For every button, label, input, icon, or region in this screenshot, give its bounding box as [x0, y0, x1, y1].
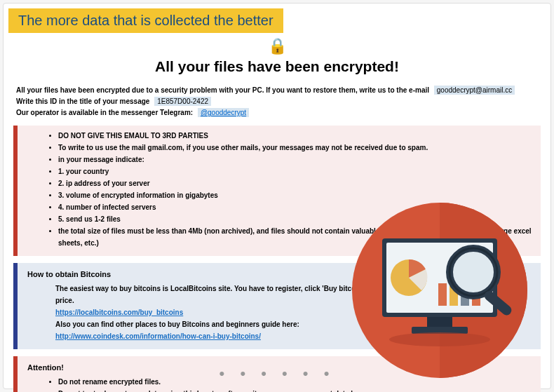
intro-line1: All your files have been encrypted due t…	[16, 86, 429, 94]
lock-icon: 🔒	[268, 37, 287, 55]
victim-id: 1E857D00-2422	[154, 97, 211, 106]
svg-point-7	[389, 332, 490, 346]
telegram-handle: @gooddecrypt	[198, 108, 249, 117]
bitcoin-link1[interactable]: https://localbitcoins.com/buy_bitcoins	[55, 309, 183, 316]
list-item: To write to us use the mail gmail.com, i…	[58, 142, 534, 154]
svg-rect-9	[438, 283, 447, 306]
list-item: DO NOT GIVE THIS EMAUL TO 3RD PARTIES	[58, 130, 534, 142]
list-item: Do not try to decrypt your data using th…	[58, 388, 534, 392]
analysis-graphic-icon	[349, 199, 531, 381]
contact-email: gooddecrypt@airmail.cc	[434, 86, 515, 95]
list-item: 1. your country	[58, 165, 534, 177]
intro-text: All your files have been encrypted due t…	[4, 85, 550, 119]
list-item: in your message indicate:	[58, 154, 534, 165]
list-item: 2. ip address of your server	[58, 177, 534, 189]
page-title: All your files have been encrypted!	[4, 58, 550, 75]
svg-rect-5	[427, 317, 452, 327]
ransom-note-page: 🔒 All your files have been encrypted! Al…	[3, 3, 551, 389]
bitcoin-link2[interactable]: http://www.coindesk.com/information/how-…	[55, 332, 261, 340]
intro-line3: Our operator is available in the messeng…	[16, 109, 193, 116]
overlay-banner: The more data that is collected the bett…	[8, 8, 283, 33]
lock-icon-wrap: 🔒	[4, 37, 550, 55]
intro-line2: Write this ID in the title of your messa…	[16, 97, 149, 105]
